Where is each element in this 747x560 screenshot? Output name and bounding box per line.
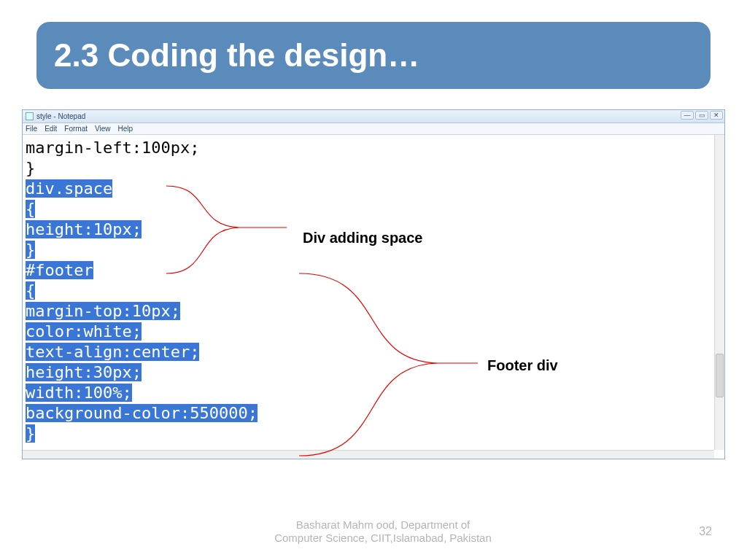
brace-icon xyxy=(159,182,290,277)
footer-attribution: Basharat Mahm ood, Department of Compute… xyxy=(255,518,511,546)
footer-author: Basharat Mahm ood, Department of xyxy=(296,518,470,531)
menu-edit[interactable]: Edit xyxy=(44,125,57,133)
vertical-scrollbar[interactable] xyxy=(714,135,724,450)
menu-file[interactable]: File xyxy=(26,125,37,133)
code-unselected: margin-left:100px; } xyxy=(26,138,721,179)
notepad-app-icon xyxy=(26,112,34,120)
slide-title: 2.3 Coding the design… xyxy=(36,22,711,89)
notepad-titlebar: style - Notepad — ▭ ✕ xyxy=(23,110,724,123)
close-button[interactable]: ✕ xyxy=(710,111,723,120)
minimize-button[interactable]: — xyxy=(681,111,694,120)
maximize-button[interactable]: ▭ xyxy=(695,111,708,120)
brace-icon xyxy=(292,270,481,459)
annotation-div-space: Div adding space xyxy=(303,230,423,246)
menu-help[interactable]: Help xyxy=(118,125,133,133)
page-number: 32 xyxy=(699,525,712,538)
footer-affiliation: Computer Science, CIIT,Islamabad, Pakist… xyxy=(274,532,492,544)
notepad-window-title: style - Notepad xyxy=(36,112,85,120)
menu-view[interactable]: View xyxy=(95,125,111,133)
menu-format[interactable]: Format xyxy=(64,125,88,133)
annotation-footer-div: Footer div xyxy=(487,357,558,374)
window-controls: — ▭ ✕ xyxy=(681,111,723,120)
notepad-menubar: File Edit Format View Help xyxy=(23,123,724,135)
scrollbar-thumb[interactable] xyxy=(716,354,724,397)
